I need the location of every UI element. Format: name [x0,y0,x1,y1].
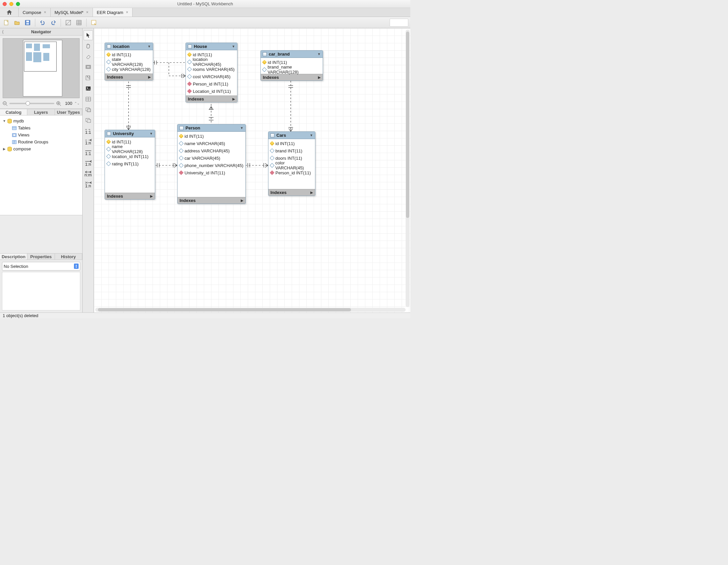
entity-car-brand[interactable]: car_brand▼ id INT(11)brand_name VARCHAR(… [260,50,323,81]
column[interactable]: address VARCHAR(45) [178,147,245,154]
rel-1-1-id-tool[interactable]: 1:1 [84,147,93,157]
zoom-window-button[interactable] [16,2,20,6]
undo-button[interactable] [38,18,47,27]
chevron-right-icon[interactable]: ▶ [150,194,153,198]
entity-cars[interactable]: Cars▼ id INT(11)brand INT(11)doors INT(1… [268,132,315,196]
tab-mysql-model[interactable]: MySQL Model* × [51,8,93,17]
column[interactable]: id INT(11) [268,140,315,147]
column[interactable]: car VARCHAR(45) [178,154,245,162]
chevron-right-icon[interactable]: ▶ [310,191,313,194]
routine-tool[interactable] [84,116,93,126]
sidebar: ⟨ Navigator 100 ⌃⌄ [0,28,83,312]
view-tool[interactable] [84,105,93,115]
column[interactable]: state VARCHAR(128) [105,58,153,66]
svg-line-5 [66,20,71,25]
close-icon[interactable]: × [44,10,46,15]
tab-history[interactable]: History [55,254,82,260]
image-tool[interactable] [84,84,93,94]
zoom-out-icon[interactable] [3,101,7,106]
vertical-scrollbar[interactable] [406,30,410,307]
catalog-tab-layers[interactable]: Layers [27,109,55,115]
tab-description[interactable]: Description [0,254,27,260]
horizontal-scrollbar[interactable] [95,308,406,312]
tree-item-routine-groups[interactable]: Routine Groups [1,139,81,145]
column[interactable]: Location_id INT(11) [186,88,237,95]
note-tool[interactable]: N [84,73,93,83]
column[interactable]: brand INT(11) [268,147,315,154]
catalog-tab-catalog[interactable]: Catalog [0,109,27,115]
redo-button[interactable] [49,18,58,27]
hand-tool[interactable] [84,41,93,51]
zoom-slider[interactable] [9,103,54,104]
chevron-down-icon[interactable]: ▼ [148,45,151,48]
tree-db-mydb[interactable]: ▼ mydb [1,118,81,125]
pointer-tool[interactable] [84,30,93,40]
column[interactable]: id INT(11) [178,133,245,140]
chevron-right-icon[interactable]: ▶ [148,75,151,79]
diagram-canvas[interactable]: location▼ id INT(11)state VARCHAR(128)ci… [94,28,410,312]
chevron-down-icon[interactable]: ▼ [150,132,153,136]
entity-university[interactable]: University▼ id INT(11)name VARCHAR(128)l… [105,130,155,200]
rel-existing-tool[interactable]: 1:n [84,179,93,189]
entity-person[interactable]: Person▼ id INT(11)name VARCHAR(45)addres… [177,124,246,204]
table-tool[interactable] [84,94,93,104]
rel-1-1-tool[interactable]: 1:1 [84,126,93,136]
tree-item-tables[interactable]: Tables [1,125,81,132]
save-button[interactable] [23,18,32,27]
tree-db-compose[interactable]: ▶ compose [1,145,81,152]
zoom-in-icon[interactable] [56,101,61,106]
toolbar-search-slot[interactable] [390,19,408,27]
close-icon[interactable]: × [86,10,89,15]
column[interactable]: rating INT(11) [105,160,155,167]
home-tab[interactable] [0,8,19,17]
catalog-tab-user-types[interactable]: User Types [55,109,82,115]
column[interactable]: Person_id INT(11) [186,80,237,88]
minimize-window-button[interactable] [9,2,13,6]
new-layer-button[interactable] [90,18,98,27]
grid-show-button[interactable] [75,18,83,27]
tree-item-views[interactable]: Views [1,132,81,139]
layer-tool[interactable] [84,62,93,72]
open-file-button[interactable] [13,18,21,27]
close-icon[interactable]: × [126,10,128,15]
column[interactable]: name VARCHAR(45) [178,140,245,147]
minimap[interactable] [3,38,80,98]
eraser-tool[interactable] [84,52,93,62]
tab-compose[interactable]: Compose × [19,8,51,17]
chevron-down-icon[interactable]: ▼ [317,52,321,56]
column[interactable]: location VARCHAR(45) [186,58,237,66]
column[interactable]: name VARCHAR(128) [105,145,155,153]
chevron-down-icon[interactable]: ▼ [310,134,313,137]
rel-1-n-tool[interactable]: 1:n [84,137,93,147]
column[interactable]: city VARCHAR(128) [105,66,153,73]
rel-1-n-id-tool[interactable]: 1:n [84,158,93,168]
new-file-button[interactable] [2,18,11,27]
selection-dropdown[interactable]: No Selection ▲▼ [2,262,80,271]
column[interactable]: University_id INT(11) [178,169,245,176]
column[interactable]: color VARCHAR(45) [268,162,315,169]
column[interactable]: phone_number VARCHAR(45) [178,162,245,169]
disclosure-open-icon[interactable]: ▼ [3,119,6,123]
chevron-right-icon[interactable]: ▶ [318,76,321,79]
column[interactable]: rooms VARCHAR(45) [186,66,237,73]
tab-eer-diagram[interactable]: EER Diagram × [93,8,133,17]
grid-toggle-button[interactable] [64,18,73,27]
column[interactable]: location_id INT(11) [105,153,155,160]
chevron-down-icon[interactable]: ▼ [232,45,235,48]
column[interactable]: cost VARCHAR(45) [186,73,237,80]
column[interactable]: Person_id INT(11) [268,169,315,176]
entity-house[interactable]: House▼ id INT(11)location VARCHAR(45)roo… [185,43,237,103]
column[interactable]: brand_name VARCHAR(128) [261,66,323,73]
entity-location[interactable]: location▼ id INT(11)state VARCHAR(128)ci… [105,43,153,81]
disclosure-closed-icon[interactable]: ▶ [3,147,6,151]
zoom-stepper-icon[interactable]: ⌃⌄ [74,102,80,105]
svg-line-16 [60,105,61,106]
tab-properties[interactable]: Properties [27,254,55,260]
chevron-right-icon[interactable]: ▶ [241,199,243,202]
rel-n-m-tool[interactable]: n:m [84,169,93,179]
catalog-tree[interactable]: ▼ mydb Tables Views Routine Groups ▶ com… [0,116,82,215]
chevron-down-icon[interactable]: ▼ [240,126,243,130]
close-window-button[interactable] [3,2,7,6]
collapse-icon[interactable]: ⟨ [2,29,4,34]
chevron-right-icon[interactable]: ▶ [232,97,235,101]
